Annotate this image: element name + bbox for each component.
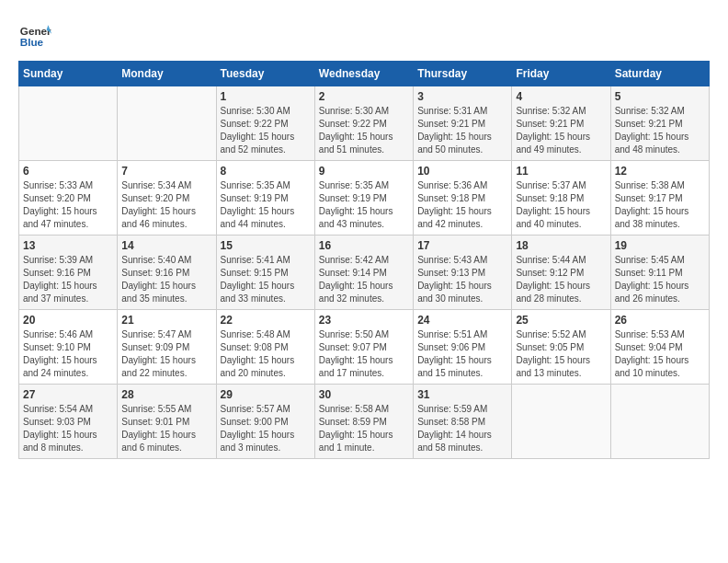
day-number: 4 (516, 90, 606, 103)
calendar-cell: 30Sunrise: 5:58 AM Sunset: 8:59 PM Dayli… (314, 385, 413, 459)
day-info: Sunrise: 5:38 AM Sunset: 9:17 PM Dayligh… (615, 179, 705, 231)
calendar-cell: 22Sunrise: 5:48 AM Sunset: 9:08 PM Dayli… (216, 310, 314, 385)
calendar-cell: 14Sunrise: 5:40 AM Sunset: 9:16 PM Dayli… (118, 236, 216, 310)
day-number: 30 (319, 388, 409, 401)
day-info: Sunrise: 5:58 AM Sunset: 8:59 PM Dayligh… (319, 403, 409, 454)
calendar-cell: 11Sunrise: 5:37 AM Sunset: 9:18 PM Dayli… (512, 161, 610, 236)
day-number: 3 (417, 90, 507, 103)
day-number: 23 (319, 314, 409, 327)
calendar-cell: 8Sunrise: 5:35 AM Sunset: 9:19 PM Daylig… (216, 161, 314, 236)
calendar-cell (118, 86, 216, 161)
calendar-cell: 18Sunrise: 5:44 AM Sunset: 9:12 PM Dayli… (512, 236, 610, 310)
calendar-cell: 15Sunrise: 5:41 AM Sunset: 9:15 PM Dayli… (216, 236, 314, 310)
day-number: 14 (121, 239, 211, 252)
day-info: Sunrise: 5:52 AM Sunset: 9:05 PM Dayligh… (516, 328, 606, 380)
day-number: 18 (516, 239, 606, 252)
day-number: 13 (23, 239, 113, 252)
day-number: 25 (516, 314, 606, 327)
day-info: Sunrise: 5:39 AM Sunset: 9:16 PM Dayligh… (23, 254, 113, 305)
calendar-cell: 5Sunrise: 5:32 AM Sunset: 9:21 PM Daylig… (610, 86, 709, 161)
week-row-1: 1Sunrise: 5:30 AM Sunset: 9:22 PM Daylig… (19, 86, 710, 161)
day-number: 26 (615, 314, 705, 327)
weekday-header-row: SundayMondayTuesdayWednesdayThursdayFrid… (19, 62, 710, 86)
day-info: Sunrise: 5:35 AM Sunset: 9:19 PM Dayligh… (221, 179, 311, 231)
weekday-sunday: Sunday (19, 62, 118, 86)
day-info: Sunrise: 5:50 AM Sunset: 9:07 PM Dayligh… (319, 328, 409, 380)
svg-text:Blue: Blue (20, 36, 44, 48)
day-number: 6 (23, 165, 113, 178)
day-info: Sunrise: 5:40 AM Sunset: 9:16 PM Dayligh… (121, 254, 211, 305)
day-number: 31 (417, 388, 507, 401)
week-row-5: 27Sunrise: 5:54 AM Sunset: 9:03 PM Dayli… (19, 385, 710, 459)
day-info: Sunrise: 5:47 AM Sunset: 9:09 PM Dayligh… (121, 328, 211, 380)
day-number: 27 (23, 388, 113, 401)
day-number: 2 (319, 90, 409, 103)
day-info: Sunrise: 5:33 AM Sunset: 9:20 PM Dayligh… (23, 179, 113, 231)
day-info: Sunrise: 5:35 AM Sunset: 9:19 PM Dayligh… (319, 179, 409, 231)
calendar-cell: 23Sunrise: 5:50 AM Sunset: 9:07 PM Dayli… (314, 310, 413, 385)
calendar-cell: 9Sunrise: 5:35 AM Sunset: 9:19 PM Daylig… (314, 161, 413, 236)
day-number: 17 (417, 239, 507, 252)
calendar-table: SundayMondayTuesdayWednesdayThursdayFrid… (18, 61, 710, 459)
day-info: Sunrise: 5:51 AM Sunset: 9:06 PM Dayligh… (417, 328, 507, 380)
day-info: Sunrise: 5:31 AM Sunset: 9:21 PM Dayligh… (417, 105, 507, 156)
day-info: Sunrise: 5:46 AM Sunset: 9:10 PM Dayligh… (23, 328, 113, 380)
week-row-2: 6Sunrise: 5:33 AM Sunset: 9:20 PM Daylig… (19, 161, 710, 236)
calendar-cell: 10Sunrise: 5:36 AM Sunset: 9:18 PM Dayli… (414, 161, 512, 236)
day-number: 9 (319, 165, 409, 178)
day-number: 24 (417, 314, 507, 327)
calendar-cell: 17Sunrise: 5:43 AM Sunset: 9:13 PM Dayli… (414, 236, 512, 310)
day-number: 22 (221, 314, 311, 327)
day-number: 16 (319, 239, 409, 252)
day-info: Sunrise: 5:30 AM Sunset: 9:22 PM Dayligh… (319, 105, 409, 156)
day-info: Sunrise: 5:41 AM Sunset: 9:15 PM Dayligh… (221, 254, 311, 305)
day-number: 15 (221, 239, 311, 252)
day-number: 21 (121, 314, 211, 327)
logo: General Blue (18, 18, 51, 52)
day-number: 29 (221, 388, 311, 401)
calendar-cell: 13Sunrise: 5:39 AM Sunset: 9:16 PM Dayli… (19, 236, 118, 310)
day-info: Sunrise: 5:32 AM Sunset: 9:21 PM Dayligh… (516, 105, 606, 156)
calendar-cell: 1Sunrise: 5:30 AM Sunset: 9:22 PM Daylig… (216, 86, 314, 161)
page-header: General Blue (18, 18, 710, 52)
logo-icon: General Blue (18, 18, 51, 52)
weekday-monday: Monday (118, 62, 216, 86)
calendar-cell: 24Sunrise: 5:51 AM Sunset: 9:06 PM Dayli… (414, 310, 512, 385)
day-info: Sunrise: 5:54 AM Sunset: 9:03 PM Dayligh… (23, 403, 113, 454)
weekday-thursday: Thursday (414, 62, 512, 86)
day-info: Sunrise: 5:45 AM Sunset: 9:11 PM Dayligh… (615, 254, 705, 305)
day-info: Sunrise: 5:34 AM Sunset: 9:20 PM Dayligh… (121, 179, 211, 231)
calendar-cell: 25Sunrise: 5:52 AM Sunset: 9:05 PM Dayli… (512, 310, 610, 385)
calendar-cell: 27Sunrise: 5:54 AM Sunset: 9:03 PM Dayli… (19, 385, 118, 459)
calendar-cell: 19Sunrise: 5:45 AM Sunset: 9:11 PM Dayli… (610, 236, 709, 310)
calendar-cell: 31Sunrise: 5:59 AM Sunset: 8:58 PM Dayli… (414, 385, 512, 459)
calendar-cell (512, 385, 610, 459)
day-number: 5 (615, 90, 705, 103)
day-info: Sunrise: 5:48 AM Sunset: 9:08 PM Dayligh… (221, 328, 311, 380)
day-number: 7 (121, 165, 211, 178)
day-info: Sunrise: 5:37 AM Sunset: 9:18 PM Dayligh… (516, 179, 606, 231)
calendar-cell (19, 86, 118, 161)
day-number: 8 (221, 165, 311, 178)
calendar-cell (610, 385, 709, 459)
calendar-cell: 6Sunrise: 5:33 AM Sunset: 9:20 PM Daylig… (19, 161, 118, 236)
weekday-saturday: Saturday (610, 62, 709, 86)
week-row-4: 20Sunrise: 5:46 AM Sunset: 9:10 PM Dayli… (19, 310, 710, 385)
day-info: Sunrise: 5:57 AM Sunset: 9:00 PM Dayligh… (221, 403, 311, 454)
day-number: 20 (23, 314, 113, 327)
day-info: Sunrise: 5:32 AM Sunset: 9:21 PM Dayligh… (615, 105, 705, 156)
day-info: Sunrise: 5:43 AM Sunset: 9:13 PM Dayligh… (417, 254, 507, 305)
day-info: Sunrise: 5:55 AM Sunset: 9:01 PM Dayligh… (121, 403, 211, 454)
day-number: 19 (615, 239, 705, 252)
day-info: Sunrise: 5:53 AM Sunset: 9:04 PM Dayligh… (615, 328, 705, 380)
weekday-friday: Friday (512, 62, 610, 86)
day-info: Sunrise: 5:59 AM Sunset: 8:58 PM Dayligh… (417, 403, 507, 454)
calendar-cell: 4Sunrise: 5:32 AM Sunset: 9:21 PM Daylig… (512, 86, 610, 161)
calendar-cell: 29Sunrise: 5:57 AM Sunset: 9:00 PM Dayli… (216, 385, 314, 459)
calendar-cell: 20Sunrise: 5:46 AM Sunset: 9:10 PM Dayli… (19, 310, 118, 385)
calendar-cell: 2Sunrise: 5:30 AM Sunset: 9:22 PM Daylig… (314, 86, 413, 161)
day-info: Sunrise: 5:30 AM Sunset: 9:22 PM Dayligh… (221, 105, 311, 156)
weekday-wednesday: Wednesday (314, 62, 413, 86)
calendar-cell: 28Sunrise: 5:55 AM Sunset: 9:01 PM Dayli… (118, 385, 216, 459)
calendar-cell: 26Sunrise: 5:53 AM Sunset: 9:04 PM Dayli… (610, 310, 709, 385)
